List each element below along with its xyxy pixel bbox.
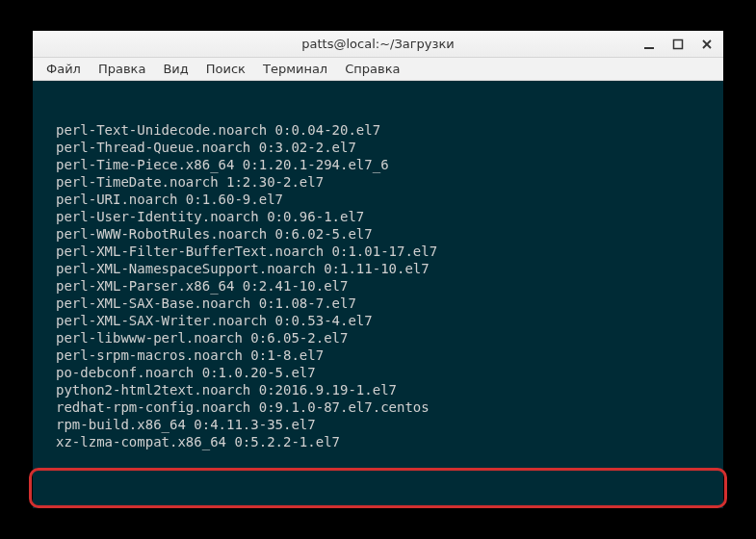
package-line: perl-User-Identity.noarch 0:0.96-1.el7 [42, 208, 714, 225]
package-line: perl-Time-Piece.x86_64 0:1.20.1-294.el7_… [42, 156, 714, 173]
minimize-icon [643, 38, 655, 50]
close-icon [701, 38, 713, 50]
maximize-button[interactable] [667, 36, 689, 53]
menu-view[interactable]: Вид [155, 60, 196, 78]
close-button[interactable] [696, 36, 717, 53]
menu-help[interactable]: Справка [337, 60, 407, 78]
package-line: rpm-build.x86_64 0:4.11.3-35.el7 [42, 416, 714, 433]
package-line: perl-libwww-perl.noarch 0:6.05-2.el7 [42, 329, 714, 346]
package-line: perl-srpm-macros.noarch 0:1-8.el7 [42, 346, 714, 364]
package-line: perl-XML-Parser.x86_64 0:2.41-10.el7 [42, 277, 714, 295]
svg-rect-1 [674, 39, 683, 48]
menu-edit[interactable]: Правка [91, 60, 153, 78]
minimize-button[interactable] [639, 36, 660, 53]
package-line: perl-XML-Filter-BufferText.noarch 0:1.01… [42, 243, 714, 260]
package-line: redhat-rpm-config.noarch 0:9.1.0-87.el7.… [42, 398, 714, 416]
blank-line [42, 485, 714, 502]
terminal-output[interactable]: perl-Text-Unidecode.noarch 0:0.04-20.el7… [33, 81, 723, 508]
package-line: perl-Thread-Queue.noarch 0:3.02-2.el7 [42, 139, 714, 156]
package-line: perl-URI.noarch 0:1.60-9.el7 [42, 191, 714, 208]
package-line: po-debconf.noarch 0:1.0.20-5.el7 [42, 364, 714, 381]
package-line: perl-Text-Unidecode.noarch 0:0.04-20.el7 [42, 121, 714, 139]
window-title: patts@local:~/Загрузки [301, 37, 454, 51]
terminal-window: patts@local:~/Загрузки Файл Правка Вид П… [33, 31, 723, 508]
menu-terminal[interactable]: Терминал [255, 60, 335, 78]
menubar: Файл Правка Вид Поиск Терминал Справка [33, 58, 723, 81]
package-line: perl-TimeDate.noarch 1:2.30-2.el7 [42, 173, 714, 191]
menu-search[interactable]: Поиск [198, 60, 253, 78]
titlebar: patts@local:~/Загрузки [33, 31, 723, 58]
maximize-icon [672, 38, 684, 50]
package-line: perl-WWW-RobotRules.noarch 0:6.02-5.el7 [42, 225, 714, 243]
package-line: perl-XML-NamespaceSupport.noarch 0:1.11-… [42, 260, 714, 277]
package-line: perl-XML-SAX-Writer.noarch 0:0.53-4.el7 [42, 312, 714, 329]
package-line: perl-XML-SAX-Base.noarch 0:1.08-7.el7 [42, 295, 714, 312]
window-controls [639, 31, 717, 57]
package-line: xz-lzma-compat.x86_64 0:5.2.2-1.el7 [42, 433, 714, 450]
package-line: python2-html2text.noarch 0:2016.9.19-1.e… [42, 381, 714, 398]
menu-file[interactable]: Файл [39, 60, 89, 78]
